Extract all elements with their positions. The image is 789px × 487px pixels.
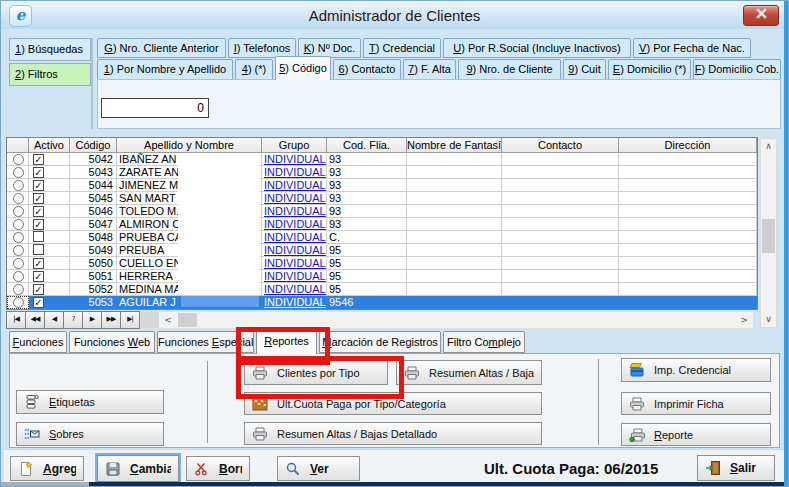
row-activo-cell[interactable]: ✓	[29, 192, 70, 205]
table-row-5047[interactable]: ✓5047ALMIRON CINDIVIDUAL93	[7, 218, 757, 231]
row-selector-cell[interactable]	[7, 257, 29, 270]
row-activo-cell[interactable]: ✓	[29, 296, 70, 309]
ver-button[interactable]: Ver	[277, 456, 360, 481]
checkbox-icon[interactable]: ✓	[33, 258, 44, 269]
clientes-por-tipo-button[interactable]: Clientes por Tipo	[244, 360, 388, 385]
nav-prior-button[interactable]: ◀	[44, 311, 64, 329]
tab-v-por-fecha-de-nac[interactable]: V) Por Fecha de Nac.	[633, 38, 751, 58]
row-selector-cell[interactable]	[7, 231, 29, 244]
row-selector-cell[interactable]	[7, 270, 29, 283]
radio-icon[interactable]	[13, 232, 24, 243]
tab-i-telefonos[interactable]: I) Telefonos	[228, 38, 296, 58]
tab-e-domicilio[interactable]: E) Domicilio (*)	[608, 59, 691, 80]
tab-f-domicilio-cob[interactable]: F) Domicilio Cob.	[693, 59, 781, 80]
checkbox-icon[interactable]: ✓	[33, 284, 44, 295]
row-activo-cell[interactable]	[29, 244, 70, 257]
column-header-selector[interactable]	[7, 138, 29, 153]
nav-prior-page-button[interactable]: ◀◀	[25, 311, 45, 329]
row-selector-cell[interactable]	[7, 153, 29, 166]
imprimir-ficha-button[interactable]: Imprimir Ficha	[621, 392, 771, 415]
table-row-5049[interactable]: 5049PREUBAINDIVIDUAL95	[7, 244, 757, 257]
row-activo-cell[interactable]: ✓	[29, 179, 70, 192]
checkbox-icon[interactable]	[33, 244, 44, 255]
tab-funciones[interactable]: Funciones	[9, 331, 67, 353]
row-selector-cell[interactable]	[7, 283, 29, 296]
tab-g-nro-cliente-anterior[interactable]: G) Nro. Cliente Anterior	[97, 38, 226, 58]
tab-9-nro-de-cliente[interactable]: 9) Nro. de Cliente	[458, 59, 561, 80]
checkbox-icon[interactable]: ✓	[33, 180, 44, 191]
close-button[interactable]	[743, 5, 779, 26]
ult-cuota-paga-por-tipo-button[interactable]: Ult.Cuota Paga por Tipo/Categoría	[244, 392, 542, 415]
radio-icon[interactable]	[13, 206, 24, 217]
horizontal-scroll-thumb[interactable]	[178, 313, 197, 327]
row-selector-cell[interactable]	[7, 179, 29, 192]
scroll-up-icon[interactable]: ∧	[761, 139, 776, 154]
radio-icon[interactable]	[13, 219, 24, 230]
table-row-5043[interactable]: ✓5043ZARATE ANINDIVIDUAL93	[7, 166, 757, 179]
row-activo-cell[interactable]	[29, 231, 70, 244]
codigo-filter-input[interactable]	[101, 98, 209, 118]
table-row-5053[interactable]: ✓5053AGUILAR JINDIVIDUAL9546	[7, 296, 757, 309]
nav-help-button[interactable]: ?	[63, 311, 83, 329]
table-row-5051[interactable]: ✓5051HERRERAINDIVIDUAL95	[7, 270, 757, 283]
row-activo-cell[interactable]: ✓	[29, 166, 70, 179]
tab-reportes[interactable]: Reportes	[256, 329, 317, 354]
vertical-scroll-thumb[interactable]	[762, 219, 775, 253]
checkbox-icon[interactable]: ✓	[33, 206, 44, 217]
row-selector-cell[interactable]	[7, 166, 29, 179]
nav-last-button[interactable]: ▶|	[120, 311, 140, 329]
row-selector-cell[interactable]	[7, 192, 29, 205]
row-activo-cell[interactable]: ✓	[29, 218, 70, 231]
column-header-cod-flia[interactable]: Cod. Flia.	[327, 138, 407, 153]
scroll-down-icon[interactable]: ∨	[761, 312, 776, 327]
vertical-scrollbar[interactable]: ∧ ∨	[760, 138, 777, 328]
tab-4[interactable]: 4) (*)	[235, 59, 273, 80]
tab-7-f-alta[interactable]: 7) F. Alta	[403, 59, 456, 80]
radio-icon[interactable]	[13, 258, 24, 269]
radio-icon[interactable]	[13, 154, 24, 165]
scroll-left-icon[interactable]: <	[159, 312, 177, 328]
tab-funciones-especiales[interactable]: Funciones Especiales	[157, 331, 254, 353]
checkbox-icon[interactable]: ✓	[33, 297, 44, 308]
row-selector-cell[interactable]	[7, 218, 29, 231]
scroll-right-icon[interactable]: >	[735, 312, 753, 328]
column-header-activo[interactable]: Activo	[29, 138, 70, 153]
column-header-nombre-de-fantas-a[interactable]: Nombre de Fantasía	[407, 138, 502, 153]
nav-next-button[interactable]: ▶	[82, 311, 102, 329]
tab-9-cuit[interactable]: 9) Cuit	[563, 59, 606, 80]
checkbox-icon[interactable]: ✓	[33, 154, 44, 165]
radio-icon[interactable]	[13, 284, 24, 295]
radio-icon[interactable]	[13, 180, 24, 191]
borrar-button[interactable]: Borrar	[186, 456, 250, 481]
radio-icon[interactable]	[13, 193, 24, 204]
tab-t-credencial[interactable]: T) Credencial	[363, 38, 441, 58]
column-header-grupo[interactable]: Grupo	[262, 138, 327, 153]
table-row-5042[interactable]: ✓5042IBAÑEZ ANINDIVIDUAL93	[7, 153, 757, 166]
table-row-5050[interactable]: ✓5050CUELLO ENINDIVIDUAL95	[7, 257, 757, 270]
row-activo-cell[interactable]: ✓	[29, 270, 70, 283]
tab-5-c-digo[interactable]: 5) Código	[275, 56, 331, 80]
checkbox-icon[interactable]: ✓	[33, 167, 44, 178]
resumen-altas-bajas-button[interactable]: Resumen Altas / Bajas	[396, 360, 542, 385]
agregar-button[interactable]: Agregar	[10, 456, 84, 481]
checkbox-icon[interactable]: ✓	[33, 219, 44, 230]
column-header-contacto[interactable]: Contacto	[502, 138, 619, 153]
row-activo-cell[interactable]: ✓	[29, 205, 70, 218]
tab-u-por-r-social-incluye-inactivos[interactable]: U) Por R.Social (Incluye Inactivos)	[443, 38, 631, 58]
tab-6-contacto[interactable]: 6) Contacto	[333, 59, 401, 80]
table-row-5046[interactable]: ✓5046TOLEDO M.INDIVIDUAL93	[7, 205, 757, 218]
table-row-5045[interactable]: ✓5045SAN MARTINDIVIDUAL93	[7, 192, 757, 205]
radio-icon[interactable]	[13, 167, 24, 178]
reporte-button[interactable]: Reporte	[621, 423, 771, 446]
imp-credencial-button[interactable]: Imp. Credencial	[621, 358, 771, 382]
table-row-5044[interactable]: ✓5044JIMENEZ MINDIVIDUAL93	[7, 179, 757, 192]
table-row-5052[interactable]: ✓5052MEDINA MAINDIVIDUAL95	[7, 283, 757, 296]
row-activo-cell[interactable]: ✓	[29, 257, 70, 270]
tab-filtro-complejo[interactable]: Filtro Complejo	[443, 331, 525, 353]
column-header-c-digo[interactable]: Código	[70, 138, 117, 153]
column-header-apellido-y-nombre[interactable]: Apellido y Nombre	[117, 138, 262, 153]
salir-button[interactable]: Salir	[697, 455, 775, 481]
nav-first-button[interactable]: |◀	[6, 311, 26, 329]
tab-marcaci-n-de-registros[interactable]: Marcación de Registros	[319, 331, 441, 353]
sobres-button[interactable]: Sobres	[16, 422, 164, 446]
